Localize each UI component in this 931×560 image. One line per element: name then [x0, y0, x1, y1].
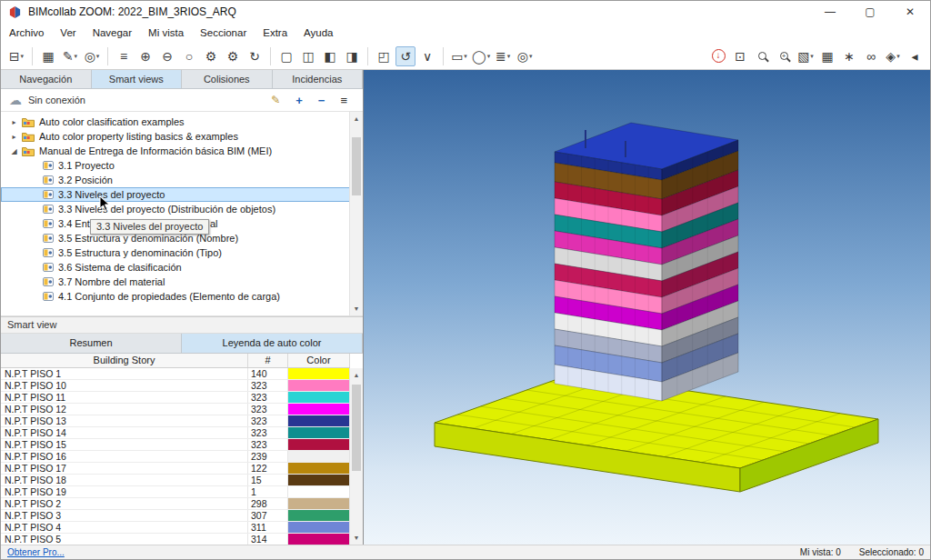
zoom-out-button[interactable]: ⊖ [157, 46, 177, 66]
open-model-button[interactable]: ⊟▾ [6, 46, 26, 66]
legend-row-n-p-t-piso-10[interactable]: N.P.T PISO 10323 [1, 380, 350, 392]
tree-item-4-1-conjunto-de-propiedades-elemento-de-carga[interactable]: 4.1 Conjunto de propiedades (Elemento de… [1, 289, 363, 304]
walk-mode-button[interactable]: ∨ [417, 46, 437, 66]
section-box-button[interactable]: ▢ [276, 46, 296, 66]
minimize-button[interactable]: — [810, 1, 850, 23]
legend-row-n-p-t-piso-5[interactable]: N.P.T PISO 5314 [1, 534, 350, 545]
clip-left-button[interactable]: ◧ [320, 46, 340, 66]
table-scrollbar-thumb[interactable] [352, 385, 361, 471]
search-button[interactable] [752, 46, 772, 66]
spin-button[interactable]: ⚙ [201, 46, 221, 66]
scroll-up-icon[interactable]: ▲ [350, 368, 363, 382]
app-logo-icon [8, 5, 22, 19]
tree-item-3-1-proyecto[interactable]: 3.1 Proyecto [1, 158, 363, 173]
tab-smart-views[interactable]: Smart views [92, 70, 183, 88]
tab-leyenda-de-auto-color[interactable]: Leyenda de auto color [182, 334, 363, 353]
menu-item-archivo[interactable]: Archivo [1, 25, 52, 41]
select-box-button[interactable]: ⊡ [730, 46, 750, 66]
column-header-building-story[interactable]: Building Story [1, 354, 248, 367]
look-around-icon: ○ [185, 49, 193, 64]
line-thickness-button[interactable]: ≣▾ [493, 46, 513, 66]
edit-colors-button[interactable]: ✎▾ [60, 46, 80, 66]
tab-incidencias[interactable]: Incidencias [273, 70, 364, 88]
tree-scrollbar[interactable]: ▲ ▼ [349, 112, 363, 315]
expand-arrow-icon[interactable]: ▸ [8, 118, 20, 126]
menu-item-navegar[interactable]: Navegar [85, 25, 140, 41]
legend-row-n-p-t-piso-13[interactable]: N.P.T PISO 13323 [1, 415, 350, 427]
chevron-down-icon: ▾ [507, 53, 511, 60]
scroll-down-icon[interactable]: ▼ [350, 531, 363, 545]
expand-arrow-icon[interactable]: ▸ [8, 133, 20, 141]
legend-row-n-p-t-piso-16[interactable]: N.P.T PISO 16239 [1, 451, 350, 463]
tab-navegaci-n[interactable]: Navegación [1, 70, 92, 88]
load-issues-button[interactable]: ↓ [708, 46, 728, 66]
save-button[interactable]: ▦ [38, 46, 58, 66]
markup-ellipse-button[interactable]: ◯▾ [471, 46, 491, 66]
column-header-color[interactable]: Color [288, 354, 350, 367]
legend-row-n-p-t-piso-14[interactable]: N.P.T PISO 14323 [1, 427, 350, 439]
smartview-menu-button[interactable]: ≡ [340, 94, 347, 107]
legend-row-n-p-t-piso-2[interactable]: N.P.T PISO 2298 [1, 498, 350, 510]
close-button[interactable]: ✕ [890, 1, 930, 23]
tree-item-3-3-niveles-del-proyecto[interactable]: 3.3 Niveles del proyecto [1, 187, 363, 202]
menu-item-mi-vista[interactable]: Mi vista [140, 25, 192, 41]
search-plus-button[interactable]: + [774, 46, 794, 66]
clip-right-button[interactable]: ◨ [342, 46, 362, 66]
list-button[interactable]: ≡ [114, 46, 134, 66]
edit-smartview-button[interactable]: ✎ [271, 94, 280, 106]
components-button[interactable]: ▧▾ [796, 46, 816, 66]
zoom-extents-button[interactable]: ⊕ [135, 46, 155, 66]
snapshot-button[interactable]: ▦ [817, 46, 837, 66]
tree-item-3-6-sistema-de-clasificaci-n[interactable]: 3.6 Sistema de clasificación [1, 260, 363, 275]
tree-item-auto-color-clasification-examples[interactable]: ▸Auto color clasification examples [1, 115, 363, 129]
scroll-up-icon[interactable]: ▲ [350, 112, 363, 125]
spotlight-button[interactable]: ∗ [839, 46, 859, 66]
scroll-down-icon[interactable]: ▼ [350, 302, 363, 315]
legend-row-n-p-t-piso-18[interactable]: N.P.T PISO 1815 [1, 475, 350, 486]
obtener-pro-link[interactable]: Obtener Pro... [7, 547, 65, 557]
tree-item-3-5-estructura-y-denominaci-n-tipo[interactable]: 3.5 Estructura y denominación (Tipo) [1, 245, 363, 260]
legend-story-cell: N.P.T PISO 4 [1, 522, 248, 533]
menu-item-ver[interactable]: Ver [52, 25, 84, 41]
maximize-button[interactable]: ▢ [850, 1, 890, 23]
preferences-button[interactable]: ⚙ [223, 46, 243, 66]
tree-item-auto-color-property-listing-basics-examples[interactable]: ▸Auto color property listing basics & ex… [1, 129, 363, 144]
tab-colisiones[interactable]: Colisiones [182, 70, 273, 88]
legend-row-n-p-t-piso-12[interactable]: N.P.T PISO 12323 [1, 404, 350, 415]
legend-row-n-p-t-piso-1[interactable]: N.P.T PISO 1140 [1, 368, 350, 380]
tree-item-label: 3.4 Ent [58, 218, 90, 229]
reset-view-button[interactable]: ↻ [245, 46, 265, 66]
legend-row-n-p-t-piso-15[interactable]: N.P.T PISO 15323 [1, 439, 350, 451]
pointer-mode-button[interactable]: ◎▾ [82, 46, 102, 66]
measure-button[interactable]: ▭▾ [449, 46, 469, 66]
tab-resumen[interactable]: Resumen [1, 334, 182, 353]
tree-item-3-7-nombre-del-material[interactable]: 3.7 Nombre del material [1, 275, 363, 289]
remove-smartview-button[interactable]: − [318, 94, 325, 107]
column-header-count[interactable]: # [248, 354, 288, 367]
tree-item-manual-de-entrega-de-informaci-n-b-sica-bim-mei[interactable]: ◢Manual de Entrega de Información básica… [1, 144, 363, 158]
collapse-toolbar-button[interactable]: ◂ [905, 46, 925, 66]
unfold-box-button[interactable]: ◰ [374, 46, 394, 66]
collapse-arrow-icon[interactable]: ◢ [8, 147, 20, 155]
table-scrollbar[interactable]: ▲ ▼ [349, 368, 363, 545]
section-plane-button[interactable]: ◫ [298, 46, 318, 66]
viewport-3d[interactable] [364, 70, 930, 545]
view-glasses-button[interactable]: ∞ [861, 46, 881, 66]
legend-row-n-p-t-piso-4[interactable]: N.P.T PISO 4311 [1, 522, 350, 534]
tree-item-3-3-niveles-del-proyecto-distribuci-n-de-objetos[interactable]: 3.3 Niveles del proyecto (Distribución d… [1, 202, 363, 216]
orbit-button[interactable]: ↺ [395, 46, 415, 66]
tree-item-3-2-posici-n[interactable]: 3.2 Posición [1, 173, 363, 187]
menu-item-extra[interactable]: Extra [255, 25, 295, 41]
tree-scrollbar-thumb[interactable] [352, 137, 361, 195]
legend-row-n-p-t-piso-17[interactable]: N.P.T PISO 17122 [1, 463, 350, 475]
legend-row-n-p-t-piso-19[interactable]: N.P.T PISO 191 [1, 486, 350, 498]
menu-item-ayuda[interactable]: Ayuda [295, 25, 341, 41]
legend-row-n-p-t-piso-3[interactable]: N.P.T PISO 3307 [1, 510, 350, 522]
mouse-options-button[interactable]: ◎▾ [515, 46, 535, 66]
menu-item-seccionar[interactable]: Seccionar [192, 25, 255, 41]
color-swatch [288, 486, 349, 497]
tag-button[interactable]: ◈▾ [883, 46, 903, 66]
add-smartview-button[interactable]: + [295, 94, 303, 107]
look-around-button[interactable]: ○ [179, 46, 199, 66]
legend-row-n-p-t-piso-11[interactable]: N.P.T PISO 11323 [1, 392, 350, 404]
